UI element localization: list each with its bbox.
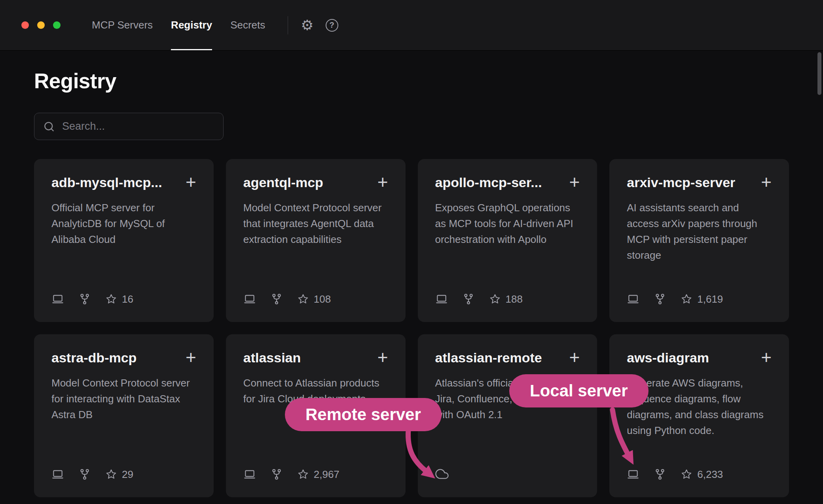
- window-controls: [21, 21, 61, 29]
- local-server-icon: [627, 293, 639, 305]
- plus-icon: +: [186, 172, 196, 192]
- local-server-callout: Local server: [509, 374, 649, 407]
- server-name: atlassian-remote: [435, 350, 542, 366]
- plus-icon: +: [761, 347, 772, 368]
- server-description: Model Context Protocol server for intera…: [51, 375, 196, 423]
- github-fork-icon[interactable]: [78, 293, 91, 305]
- star-icon: [681, 468, 692, 480]
- close-button[interactable]: [21, 21, 29, 29]
- search-icon: [43, 121, 55, 133]
- gear-icon: ⚙: [301, 17, 313, 33]
- help-icon: ?: [329, 21, 334, 30]
- stars-count: 2,967: [314, 468, 339, 481]
- stars-stat: 16: [105, 293, 133, 305]
- cloud-icon: [435, 467, 449, 481]
- add-server-button[interactable]: +: [377, 350, 388, 365]
- stars-count: 6,233: [697, 468, 723, 481]
- settings-button[interactable]: ⚙: [301, 18, 313, 32]
- zoom-button[interactable]: [53, 21, 61, 29]
- github-fork-icon[interactable]: [462, 293, 475, 305]
- server-card[interactable]: apollo-mcp-ser... + Exposes GraphQL oper…: [418, 159, 597, 322]
- remote-server-callout: Remote server: [285, 398, 442, 431]
- star-icon: [105, 293, 117, 305]
- tab-mcp-servers[interactable]: MCP Servers: [83, 0, 162, 50]
- local-server-icon: [51, 293, 64, 305]
- add-server-button[interactable]: +: [761, 175, 772, 189]
- main-nav: MCP Servers Registry Secrets: [83, 0, 274, 50]
- server-name: apollo-mcp-ser...: [435, 175, 542, 190]
- add-server-button[interactable]: +: [569, 175, 580, 189]
- local-server-icon: [627, 468, 639, 481]
- plus-icon: +: [569, 172, 580, 192]
- star-icon: [681, 293, 692, 305]
- server-card-grid: adb-mysql-mcp... + Official MCP server f…: [34, 159, 789, 497]
- search-box: [34, 113, 224, 140]
- server-card[interactable]: astra-db-mcp + Model Context Protocol se…: [34, 334, 214, 497]
- stars-count: 108: [314, 293, 331, 305]
- star-icon: [105, 468, 117, 480]
- local-server-callout-label: Local server: [530, 381, 628, 400]
- stars-stat: 188: [489, 293, 523, 305]
- local-server-icon: [243, 468, 256, 481]
- server-card[interactable]: agentql-mcp + Model Context Protocol ser…: [226, 159, 406, 322]
- server-name: atlassian: [243, 350, 301, 366]
- star-icon: [297, 293, 309, 305]
- server-name: aws-diagram: [627, 350, 709, 366]
- tab-label: Secrets: [230, 19, 265, 31]
- stars-stat: 2,967: [297, 468, 339, 481]
- server-description: Official MCP server for AnalyticDB for M…: [51, 200, 196, 247]
- star-icon: [297, 468, 309, 480]
- stars-stat: 108: [297, 293, 331, 305]
- server-description: Exposes GraphQL operations as MCP tools …: [435, 200, 580, 247]
- server-card[interactable]: atlassian-remote + Atlassian's official …: [418, 334, 597, 497]
- server-name: adb-mysql-mcp...: [51, 175, 162, 190]
- add-server-button[interactable]: +: [569, 350, 580, 365]
- tab-label: Registry: [171, 19, 212, 31]
- server-description: Generate AWS diagrams, sequence diagrams…: [627, 375, 772, 438]
- plus-icon: +: [186, 347, 196, 368]
- stars-count: 29: [122, 468, 133, 481]
- local-server-icon: [435, 293, 448, 305]
- server-name: astra-db-mcp: [51, 350, 137, 366]
- add-server-button[interactable]: +: [186, 175, 196, 189]
- stars-count: 188: [506, 293, 523, 305]
- topbar-divider: [288, 16, 288, 34]
- stars-stat: 29: [105, 468, 133, 481]
- minimize-button[interactable]: [37, 21, 45, 29]
- remote-server-callout-label: Remote server: [305, 405, 421, 424]
- local-server-icon: [243, 293, 256, 305]
- scrollbar-thumb[interactable]: [817, 52, 821, 95]
- add-server-button[interactable]: +: [761, 350, 772, 365]
- registry-page: Registry adb-mysql-mcp... + Official MCP…: [0, 69, 823, 497]
- stars-count: 1,619: [697, 293, 723, 305]
- stars-count: 16: [122, 293, 133, 305]
- tab-label: MCP Servers: [92, 19, 153, 31]
- server-description: Model Context Protocol server that integ…: [243, 200, 388, 247]
- add-server-button[interactable]: +: [377, 175, 388, 189]
- server-card[interactable]: adb-mysql-mcp... + Official MCP server f…: [34, 159, 214, 322]
- server-name: arxiv-mcp-server: [627, 175, 735, 190]
- local-server-icon: [51, 468, 64, 481]
- server-card[interactable]: arxiv-mcp-server + AI assistants search …: [609, 159, 789, 322]
- search-input[interactable]: [61, 120, 214, 133]
- stars-stat: 6,233: [681, 468, 723, 481]
- server-description: AI assistants search and access arXiv pa…: [627, 200, 772, 263]
- github-fork-icon[interactable]: [654, 468, 666, 481]
- plus-icon: +: [377, 172, 388, 192]
- github-fork-icon[interactable]: [654, 293, 666, 305]
- plus-icon: +: [761, 172, 772, 192]
- stars-stat: 1,619: [681, 293, 723, 305]
- tab-registry[interactable]: Registry: [162, 0, 221, 50]
- github-fork-icon[interactable]: [270, 293, 283, 305]
- help-button[interactable]: ?: [326, 19, 338, 32]
- github-fork-icon[interactable]: [270, 468, 283, 481]
- plus-icon: +: [569, 347, 580, 368]
- add-server-button[interactable]: +: [186, 350, 196, 365]
- titlebar: MCP Servers Registry Secrets ⚙ ?: [0, 0, 823, 51]
- star-icon: [489, 293, 501, 305]
- server-card[interactable]: aws-diagram + Generate AWS diagrams, seq…: [609, 334, 789, 497]
- tab-secrets[interactable]: Secrets: [221, 0, 274, 50]
- github-fork-icon[interactable]: [78, 468, 91, 481]
- page-title: Registry: [34, 69, 789, 93]
- plus-icon: +: [377, 347, 388, 368]
